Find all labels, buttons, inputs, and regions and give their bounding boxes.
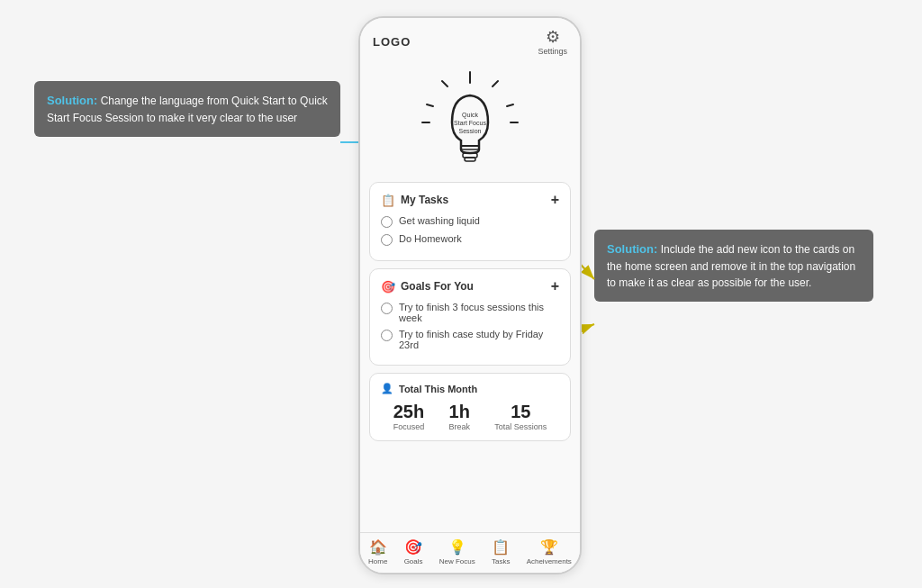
stat-break: 1h Break — [448, 402, 470, 431]
phone-logo: LOGO — [373, 35, 411, 49]
stat-break-label: Break — [448, 422, 470, 431]
solution-label-right: Solution: — [607, 242, 657, 256]
stats-row: 25h Focused 1h Break 15 Total Sessions — [381, 402, 559, 431]
goal-label-1: Try to finish 3 focus sessions this week — [399, 302, 559, 323]
stats-title: 👤 Total This Month — [381, 383, 559, 394]
task-label-2: Do Homework — [399, 233, 462, 244]
phone-content: 📋 My Tasks + Get washing liquid Do Homew… — [360, 182, 580, 532]
nav-achievements[interactable]: 🏆 Acheivements — [527, 538, 572, 565]
nav-home[interactable]: 🏠 Home — [368, 538, 387, 565]
settings-icon: ⚙ — [546, 27, 560, 47]
nav-home-icon: 🏠 — [369, 538, 387, 556]
nav-new-focus-label: New Focus — [439, 557, 475, 565]
my-tasks-add-button[interactable]: + — [551, 192, 559, 208]
nav-tasks[interactable]: 📋 Tasks — [492, 538, 510, 565]
task-item-2: Do Homework — [381, 233, 559, 246]
goal-checkbox-2[interactable] — [381, 330, 393, 341]
stats-icon: 👤 — [381, 383, 393, 394]
annotation-left: Solution: Change the language from Quick… — [34, 81, 340, 137]
svg-rect-16 — [465, 158, 475, 161]
nav-tasks-icon: 📋 — [492, 538, 510, 556]
nav-new-focus[interactable]: 💡 New Focus — [439, 538, 475, 565]
my-tasks-header: 📋 My Tasks + — [381, 192, 559, 208]
my-tasks-card: 📋 My Tasks + Get washing liquid Do Homew… — [369, 182, 571, 261]
stat-focused-label: Focused — [393, 422, 425, 431]
goals-header: 🎯 Goals For You + — [381, 278, 559, 294]
settings-label: Settings — [538, 47, 567, 56]
nav-goals-icon: 🎯 — [404, 538, 422, 556]
stat-sessions: 15 Total Sessions — [494, 402, 547, 431]
my-tasks-title: 📋 My Tasks — [381, 194, 448, 207]
settings-area[interactable]: ⚙ Settings — [538, 27, 567, 56]
nav-achievements-icon: 🏆 — [540, 538, 558, 556]
task-checkbox-1[interactable] — [381, 216, 393, 228]
stat-focused: 25h Focused — [393, 402, 425, 431]
svg-text:Quick: Quick — [462, 112, 478, 119]
stats-card: 👤 Total This Month 25h Focused 1h Break … — [369, 373, 571, 441]
goals-title: 🎯 Goals For You — [381, 280, 474, 294]
nav-new-focus-icon: 💡 — [448, 538, 466, 556]
stat-sessions-label: Total Sessions — [494, 422, 547, 431]
lightbulb-icon: Quick Start Focus Session — [420, 70, 520, 178]
svg-text:Session: Session — [459, 128, 482, 134]
annotation-right: Solution: Include the add new icon to th… — [594, 230, 873, 302]
tasks-card-icon: 📋 — [381, 194, 395, 207]
nav-goals-label: Goals — [404, 557, 423, 565]
goal-item-1: Try to finish 3 focus sessions this week — [381, 302, 559, 323]
goal-item-2: Try to finish case study by Friday 23rd — [381, 329, 559, 350]
goal-label-2: Try to finish case study by Friday 23rd — [399, 329, 559, 350]
solution-label-left: Solution: — [47, 94, 97, 107]
task-checkbox-2[interactable] — [381, 234, 393, 246]
stat-break-value: 1h — [448, 402, 470, 422]
goals-card-icon: 🎯 — [381, 280, 395, 294]
svg-text:Start Focus: Start Focus — [454, 120, 486, 126]
stat-focused-value: 25h — [393, 402, 425, 422]
goal-checkbox-1[interactable] — [381, 303, 393, 314]
bottom-nav: 🏠 Home 🎯 Goals 💡 New Focus 📋 Tasks 🏆 Ach… — [360, 532, 580, 573]
goals-add-button[interactable]: + — [551, 278, 559, 294]
task-label-1: Get washing liquid — [399, 215, 480, 226]
svg-line-10 — [493, 81, 498, 86]
stat-sessions-value: 15 — [494, 402, 547, 422]
nav-home-label: Home — [368, 557, 387, 565]
svg-line-8 — [427, 104, 433, 106]
phone-header: LOGO ⚙ Settings — [360, 18, 580, 61]
lightbulb-area[interactable]: Quick Start Focus Session — [360, 61, 580, 182]
nav-tasks-label: Tasks — [492, 557, 510, 565]
nav-achievements-label: Acheivements — [527, 557, 572, 565]
goals-card: 🎯 Goals For You + Try to finish 3 focus … — [369, 268, 571, 366]
nav-goals[interactable]: 🎯 Goals — [404, 538, 423, 565]
svg-line-7 — [442, 81, 447, 86]
phone-mockup: LOGO ⚙ Settings Quick Sta — [358, 16, 582, 574]
svg-line-11 — [507, 104, 513, 106]
task-item-1: Get washing liquid — [381, 215, 559, 228]
